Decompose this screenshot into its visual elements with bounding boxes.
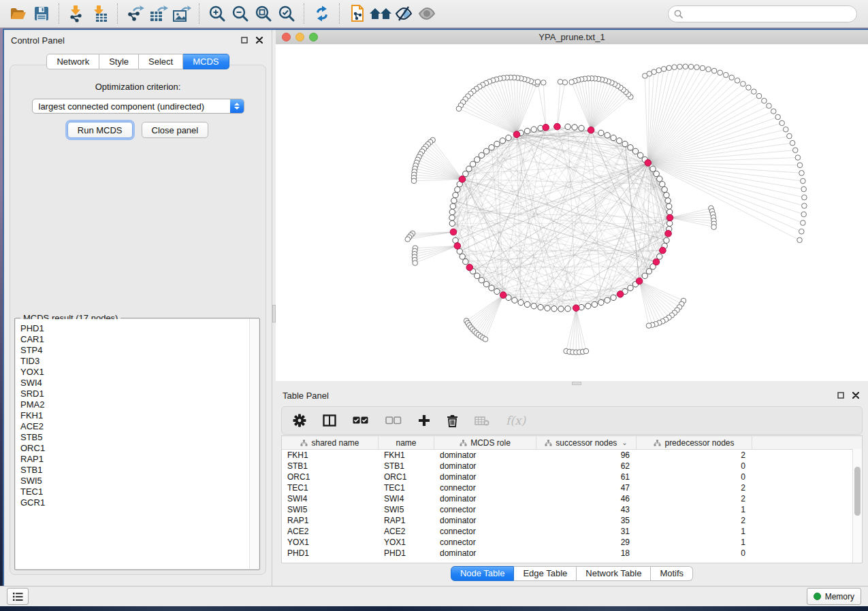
table-row[interactable]: ORC1ORC1dominator610 <box>282 472 862 482</box>
select-all-button[interactable] <box>353 416 369 425</box>
network-graph[interactable] <box>276 44 868 381</box>
network-view-titlebar[interactable]: YPA_prune.txt_1 <box>276 30 868 45</box>
search-icon <box>674 10 683 18</box>
table-toolbar: f(x) <box>281 406 863 435</box>
export-table-button[interactable] <box>147 2 170 25</box>
zoom-out-button[interactable] <box>229 2 252 25</box>
table-row[interactable]: RAP1RAP1dominator352 <box>282 515 862 526</box>
zoom-in-icon <box>208 5 226 22</box>
table-cell: 62 <box>536 461 637 471</box>
tab-mcds[interactable]: MCDS <box>183 54 229 69</box>
document-network-icon <box>349 4 366 23</box>
column-header-successor-nodes[interactable]: successor nodes⌄ <box>536 436 637 449</box>
deselect-all-button[interactable] <box>385 416 402 425</box>
tab-motifs[interactable]: Motifs <box>651 566 693 581</box>
tab-select[interactable]: Select <box>139 54 183 69</box>
columns-icon <box>323 414 336 427</box>
zoom-in-button[interactable] <box>206 2 229 25</box>
export-table-icon <box>149 5 168 22</box>
table-row[interactable]: STB1STB1dominator620 <box>282 461 862 472</box>
close-panel-button[interactable] <box>850 391 861 400</box>
export-network-button[interactable] <box>124 2 147 25</box>
table-scrollbar[interactable] <box>852 449 862 563</box>
search-input[interactable] <box>686 8 851 19</box>
refresh-button[interactable] <box>310 2 334 25</box>
document-network-button[interactable] <box>346 2 369 25</box>
table-row[interactable]: SWI5SWI5connector431 <box>282 504 862 515</box>
save-session-button[interactable] <box>30 2 53 25</box>
mcds-result-item[interactable]: STP4 <box>20 345 259 356</box>
show-selected-button[interactable] <box>415 2 438 25</box>
main-toolbar <box>0 0 868 28</box>
export-image-button[interactable] <box>170 2 193 25</box>
float-panel-button[interactable] <box>239 35 250 45</box>
table-cell: 2 <box>637 450 752 460</box>
unchecked-boxes-icon <box>385 416 402 425</box>
mcds-result-item[interactable]: TID3 <box>20 356 259 367</box>
checked-boxes-icon <box>353 416 369 425</box>
mcds-result-item[interactable]: YOX1 <box>20 367 259 378</box>
table-cell: STB1 <box>379 461 434 471</box>
table-row[interactable]: SWI4SWI4dominator462 <box>282 493 862 504</box>
memory-label: Memory <box>825 592 854 601</box>
column-header-name[interactable]: name <box>379 436 434 449</box>
column-header-predecessor-nodes[interactable]: predecessor nodes <box>637 436 752 449</box>
run-mcds-button[interactable]: Run MCDS <box>67 122 133 138</box>
table-settings-button[interactable] <box>293 414 306 427</box>
task-history-button[interactable] <box>7 588 29 605</box>
float-panel-button[interactable] <box>835 391 846 400</box>
delete-table-icon <box>475 416 489 426</box>
mcds-result-item[interactable]: RAP1 <box>20 454 259 465</box>
zoom-selected-button[interactable] <box>275 2 298 25</box>
mcds-result-item[interactable]: CAR1 <box>20 334 259 345</box>
network-canvas[interactable] <box>276 44 868 381</box>
plus-icon <box>418 414 430 427</box>
tab-style[interactable]: Style <box>99 54 139 69</box>
memory-button[interactable]: Memory <box>807 588 861 605</box>
search-box[interactable] <box>668 5 857 22</box>
mcds-result-item[interactable]: TEC1 <box>20 486 259 497</box>
mcds-result-item[interactable]: SWI5 <box>20 476 259 486</box>
tab-network-table[interactable]: Network Table <box>577 566 651 581</box>
mcds-result-item[interactable]: SRD1 <box>20 389 259 399</box>
mcds-result-item[interactable]: STB1 <box>20 465 259 476</box>
table-row[interactable]: FKH1FKH1dominator962 <box>282 450 862 461</box>
mcds-result-item[interactable]: ACE2 <box>20 421 259 432</box>
hide-selected-button[interactable] <box>392 2 415 25</box>
import-network-button[interactable] <box>65 2 89 25</box>
mcds-result-item[interactable]: GCR1 <box>20 497 259 508</box>
mcds-result-item[interactable]: SWI4 <box>20 378 259 389</box>
houses-button[interactable] <box>369 2 392 25</box>
delete-column-button[interactable] <box>447 414 458 427</box>
mcds-result-item[interactable]: FKH1 <box>20 410 259 421</box>
mcds-result-item[interactable]: STB5 <box>20 432 259 443</box>
table-cell: dominator <box>434 548 536 558</box>
close-panel-action-button[interactable]: Close panel <box>142 122 209 138</box>
memory-status-dot-icon <box>814 593 821 600</box>
node-table[interactable]: shared namename MCDS role successor node… <box>281 435 863 563</box>
import-table-button[interactable] <box>89 2 112 25</box>
mcds-list-scrollbar[interactable] <box>249 319 259 569</box>
mcds-result-item[interactable]: PHD1 <box>20 323 259 334</box>
show-columns-button[interactable] <box>323 414 336 427</box>
tab-edge-table[interactable]: Edge Table <box>514 566 577 581</box>
mcds-result-item[interactable]: ORC1 <box>20 443 259 454</box>
column-header-MCDS-role[interactable]: MCDS role <box>434 436 536 449</box>
mcds-result-list[interactable]: PHD1CAR1STP4TID3YOX1SWI4SRD1PMA2FKH1ACE2… <box>16 319 259 569</box>
toolbar-separator <box>304 3 305 24</box>
close-panel-button[interactable] <box>254 35 265 45</box>
add-column-button[interactable] <box>418 414 430 427</box>
optimization-criterion-dropdown[interactable]: largest connected component (undirected) <box>32 99 244 114</box>
open-folder-button[interactable] <box>7 2 30 25</box>
attribute-type-icon <box>300 440 308 446</box>
mcds-result-item[interactable]: PMA2 <box>20 399 259 410</box>
zoom-fit-button[interactable] <box>252 2 275 25</box>
tab-network[interactable]: Network <box>46 54 99 69</box>
table-row[interactable]: TEC1TEC1connector472 <box>282 482 862 493</box>
tab-node-table[interactable]: Node Table <box>451 566 515 581</box>
table-row[interactable]: ACE2ACE2connector311 <box>282 526 862 537</box>
table-scrollbar-thumb[interactable] <box>854 467 861 516</box>
table-row[interactable]: PHD1PHD1dominator180 <box>282 548 862 559</box>
table-row[interactable]: YOX1YOX1connector291 <box>282 537 862 548</box>
column-header-shared-name[interactable]: shared name <box>282 436 379 449</box>
